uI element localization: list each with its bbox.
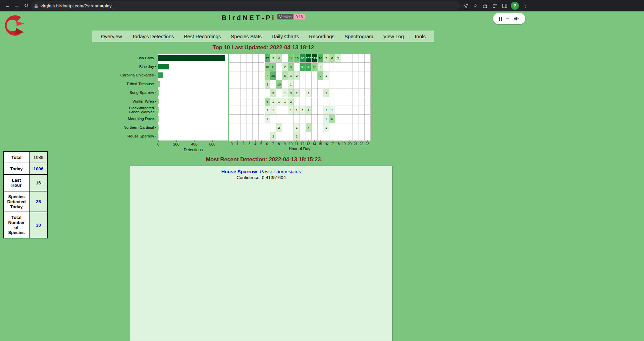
- stats-value-link[interactable]: 25: [30, 191, 47, 212]
- heatmap-cell: [347, 106, 353, 115]
- heatmap-cell: [253, 115, 259, 123]
- heatmap-cell: [329, 132, 335, 141]
- tickmark: [255, 140, 256, 141]
- profile-avatar[interactable]: P: [511, 2, 519, 10]
- heatmap-cell: [365, 115, 371, 123]
- heatmap-cell: [229, 54, 235, 63]
- stats-label: Species Detected Today: [4, 191, 29, 212]
- back-icon[interactable]: ←: [3, 0, 12, 11]
- stats-label: Last Hour: [4, 175, 29, 191]
- tickmark: [356, 140, 356, 141]
- species-name: Northern Cardinal: [123, 125, 154, 130]
- heatmap-cell: [359, 89, 365, 98]
- stats-value-link[interactable]: 1006: [30, 163, 47, 174]
- heatmap-cell: [229, 106, 235, 115]
- heatmap-cell: [253, 54, 259, 63]
- heatmap-cell: [359, 132, 365, 141]
- heatmap-cell: [235, 115, 241, 123]
- heatmap-cell: [341, 123, 347, 132]
- heatmap-cell: 10: [312, 63, 318, 71]
- nav-item-daily-charts[interactable]: Daily Charts: [272, 34, 299, 39]
- heatmap-cell: 2: [318, 63, 324, 71]
- detections-bar: [158, 72, 163, 78]
- heatmap-cell: [241, 123, 247, 132]
- extensions-icon[interactable]: [482, 2, 488, 9]
- heatmap-cell: [341, 115, 347, 123]
- heatmap-cell: [288, 132, 294, 141]
- send-to-device-icon[interactable]: [462, 2, 469, 9]
- heatmap-cell: [359, 54, 365, 63]
- axis-tickmark: [155, 127, 156, 128]
- forward-icon[interactable]: →: [12, 0, 21, 11]
- heatmap-cell: [353, 106, 359, 115]
- tickmark: [308, 140, 309, 141]
- heatmap-cell: [241, 106, 247, 115]
- tickmark: [332, 140, 332, 141]
- reload-icon[interactable]: ↻: [21, 0, 31, 11]
- pause-icon[interactable]: [499, 17, 502, 21]
- nav-item-overview[interactable]: Overview: [101, 34, 122, 39]
- detection-stats-table: Total1089Today1006Last Hour16Species Det…: [3, 151, 48, 238]
- heatmap-cell: [276, 71, 282, 80]
- hourly-heatmap-plot: 2734141668253319283621011293639102726532…: [229, 54, 370, 140]
- bookmark-star-icon[interactable]: ☆: [472, 2, 479, 9]
- stats-row: Species Detected Today25: [4, 191, 47, 212]
- seek-dash-icon[interactable]: [506, 18, 509, 19]
- tickmark: [232, 140, 232, 141]
- version-badge: Version0.13: [277, 14, 305, 19]
- heatmap-cell: [241, 98, 247, 106]
- axis-tickmark: [155, 66, 156, 67]
- nav-item-today-s-detections[interactable]: Today's Detections: [132, 34, 174, 39]
- tickmark: [244, 140, 244, 141]
- heatmap-cell: [335, 123, 341, 132]
- hour-axis-tick: 13: [305, 142, 311, 146]
- heatmap-cell: [253, 106, 259, 115]
- heatmap-cell: [276, 132, 282, 141]
- heatmap-cell: [276, 115, 282, 123]
- heatmap-cell: 2: [294, 89, 300, 98]
- nav-item-tools[interactable]: Tools: [414, 34, 426, 39]
- heatmap-cell: [265, 123, 271, 132]
- heatmap-cell: [341, 132, 347, 141]
- hour-axis-tick: 11: [293, 142, 300, 146]
- heatmap-cell: [241, 115, 247, 123]
- toolbar-icon-cluster: ☆ P ⋮: [462, 0, 529, 11]
- stats-value-link[interactable]: 30: [30, 212, 47, 238]
- heatmap-cell: [318, 80, 324, 89]
- hour-axis-tick: 15: [317, 142, 323, 146]
- reading-list-icon[interactable]: [491, 2, 498, 9]
- nav-item-recordings[interactable]: Recordings: [309, 34, 334, 39]
- heatmap-cell: [353, 123, 359, 132]
- heatmap-cell: [229, 115, 235, 123]
- heatmap-cell: 253: [306, 54, 312, 63]
- heatmap-cell: [329, 123, 335, 132]
- species-label: House Sparrow: [118, 132, 156, 140]
- nav-item-best-recordings[interactable]: Best Recordings: [184, 34, 221, 39]
- heatmap-cell: [294, 63, 300, 71]
- heatmap-cell: 319: [312, 54, 318, 63]
- browser-menu-icon[interactable]: ⋮: [522, 2, 529, 9]
- tickmark: [158, 140, 159, 141]
- nav-item-view-log[interactable]: View Log: [383, 34, 404, 39]
- volume-icon[interactable]: [514, 16, 520, 21]
- detection-species-link[interactable]: House Sparrow:: [221, 169, 259, 174]
- heatmap-cell: [329, 98, 335, 106]
- heatmap-cell: [247, 106, 253, 115]
- heatmap-cell: [353, 89, 359, 98]
- heatmap-cell: [312, 89, 318, 98]
- axis-tickmark: [155, 58, 156, 58]
- heatmap-cell: [318, 123, 324, 132]
- heatmap-cell: [341, 98, 347, 106]
- heatmap-cell: 9: [318, 71, 324, 80]
- nav-item-species-stats[interactable]: Species Stats: [231, 34, 262, 39]
- nav-item-spectrogram[interactable]: Spectrogram: [344, 34, 373, 39]
- hour-axis-tick: 19: [341, 142, 347, 146]
- address-bar[interactable]: virginia.birdnetpi.com/?stream=play: [31, 1, 460, 10]
- detections-axis-tick: 400: [188, 142, 200, 146]
- heatmap-cell: 36: [300, 63, 306, 71]
- hour-axis-tick: 5: [258, 142, 264, 146]
- heatmap-cell: [259, 63, 265, 71]
- heatmap-cell: 3: [288, 71, 294, 80]
- side-panel-icon[interactable]: [501, 2, 508, 9]
- tickmark: [314, 140, 315, 141]
